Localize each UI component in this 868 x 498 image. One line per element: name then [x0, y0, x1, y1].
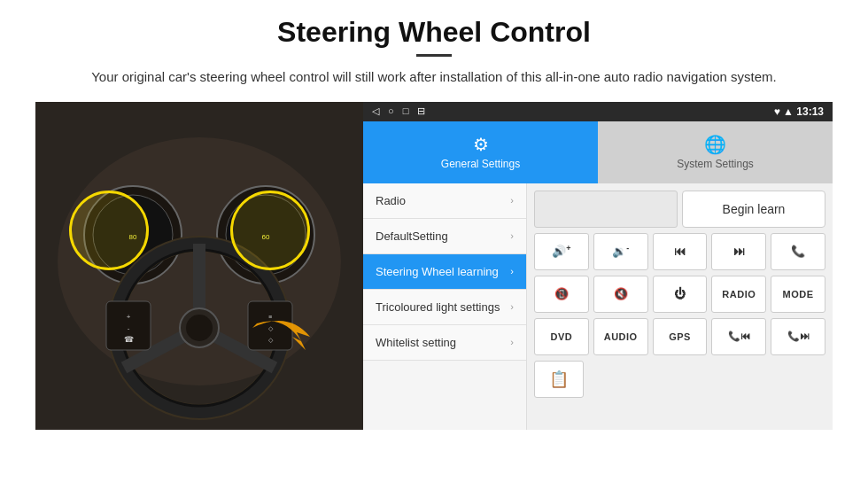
svg-point-15 — [186, 315, 213, 341]
empty-placeholder — [534, 191, 678, 228]
control-row-2: 🔊+ 🔉- ⏮ ⏭ 📞 — [534, 233, 825, 270]
tab-system-label: System Settings — [677, 158, 754, 170]
svg-text:-: - — [128, 324, 130, 332]
steering-wheel-svg: 80 60 + - ☎ — [35, 102, 363, 430]
status-time: ♥ ▲ 13:13 — [774, 105, 824, 118]
menu-item-steering[interactable]: Steering Wheel learning › — [363, 254, 526, 290]
menu-item-radio[interactable]: Radio › — [363, 183, 526, 219]
control-row-5: 📋 — [534, 361, 825, 398]
volume-up-icon: 🔊+ — [552, 244, 570, 258]
chevron-tricoloured-icon: › — [510, 301, 514, 312]
app-header: ⚙ General Settings 🌐 System Settings — [363, 121, 833, 183]
nav-recents-icon[interactable]: □ — [403, 105, 409, 117]
control-row-3: 📵 🔇 ⏻ RADIO MODE — [534, 276, 825, 313]
volume-down-button[interactable]: 🔉- — [593, 233, 648, 270]
status-bar-left: ◁ ○ □ ⊟ — [372, 105, 425, 117]
android-ui: ◁ ○ □ ⊟ ♥ ▲ 13:13 ⚙ General Settings 🌐 S… — [363, 102, 833, 430]
tab-general[interactable]: ⚙ General Settings — [363, 121, 598, 183]
audio-button[interactable]: AUDIO — [593, 318, 648, 355]
menu-item-tricoloured[interactable]: Tricoloured light settings › — [363, 290, 526, 325]
volume-up-button[interactable]: 🔊+ — [534, 233, 589, 270]
prev-track-button[interactable]: ⏮ — [653, 233, 708, 270]
menu-item-whitelist[interactable]: Whitelist setting › — [363, 325, 526, 361]
arrow-overlay — [248, 306, 319, 377]
next-track-icon: ⏭ — [733, 245, 745, 258]
mute-icon: 🔇 — [614, 287, 628, 300]
chevron-radio-icon: › — [510, 195, 514, 206]
call-prev-icon: 📞⏮ — [728, 331, 750, 342]
control-row-1: Begin learn — [534, 191, 825, 228]
mode-button[interactable]: MODE — [771, 276, 825, 313]
chevron-steering-icon: › — [510, 266, 514, 276]
menu-item-steering-label: Steering Wheel learning — [376, 265, 499, 278]
svg-text:+: + — [127, 313, 131, 321]
highlight-circle-left — [69, 191, 149, 270]
nav-menu-icon[interactable]: ⊟ — [417, 105, 425, 117]
call-next-icon: 📞⏭ — [787, 331, 810, 342]
call-next-button[interactable]: 📞⏭ — [771, 318, 825, 355]
phone-call-button[interactable]: 📞 — [771, 233, 825, 270]
nav-home-icon[interactable]: ○ — [388, 105, 394, 117]
phone-call-icon: 📞 — [791, 245, 805, 258]
main-content: Radio › DefaultSetting › Steering Wheel … — [363, 183, 833, 430]
hang-up-icon: 📵 — [554, 287, 569, 300]
svg-text:☎: ☎ — [124, 335, 134, 344]
begin-learn-button[interactable]: Begin learn — [682, 191, 825, 228]
menu-item-whitelist-label: Whitelist setting — [376, 336, 456, 349]
status-bar: ◁ ○ □ ⊟ ♥ ▲ 13:13 — [363, 102, 833, 121]
page-title: Steering Wheel Control — [35, 16, 833, 49]
page-subtitle: Your original car's steering wheel contr… — [35, 67, 833, 88]
next-track-button[interactable]: ⏭ — [711, 233, 766, 270]
car-image-section: 80 60 + - ☎ — [35, 102, 363, 430]
nav-back-icon[interactable]: ◁ — [372, 105, 379, 117]
title-divider — [416, 54, 452, 57]
menu-list: Radio › DefaultSetting › Steering Wheel … — [363, 183, 527, 430]
control-row-4: DVD AUDIO GPS 📞⏮ 📞⏭ — [534, 318, 825, 355]
chevron-whitelist-icon: › — [510, 337, 514, 347]
menu-item-defaultsetting[interactable]: DefaultSetting › — [363, 219, 526, 254]
mute-button[interactable]: 🔇 — [593, 276, 648, 313]
highlight-circle-right — [230, 191, 310, 270]
gps-button[interactable]: GPS — [653, 318, 708, 355]
hang-up-button[interactable]: 📵 — [534, 276, 589, 313]
radio-button[interactable]: RADIO — [711, 276, 766, 313]
menu-item-radio-label: Radio — [376, 194, 406, 207]
power-icon: ⏻ — [674, 287, 686, 300]
prev-track-icon: ⏮ — [674, 245, 686, 258]
volume-down-icon: 🔉- — [612, 244, 629, 258]
tab-system[interactable]: 🌐 System Settings — [598, 121, 833, 183]
file-icon-button[interactable]: 📋 — [534, 361, 584, 398]
system-settings-icon: 🌐 — [704, 134, 726, 155]
chevron-defaultsetting-icon: › — [510, 230, 514, 241]
general-settings-icon: ⚙ — [473, 134, 489, 155]
content-area: 80 60 + - ☎ — [35, 102, 833, 430]
control-panel: Begin learn 🔊+ 🔉- ⏮ — [527, 183, 833, 430]
page-container: Steering Wheel Control Your original car… — [0, 0, 868, 439]
power-button[interactable]: ⏻ — [653, 276, 708, 313]
menu-item-defaultsetting-label: DefaultSetting — [376, 230, 448, 243]
dvd-button[interactable]: DVD — [534, 318, 589, 355]
menu-item-tricoloured-label: Tricoloured light settings — [376, 300, 500, 314]
call-prev-button[interactable]: 📞⏮ — [711, 318, 766, 355]
tab-general-label: General Settings — [441, 158, 520, 170]
